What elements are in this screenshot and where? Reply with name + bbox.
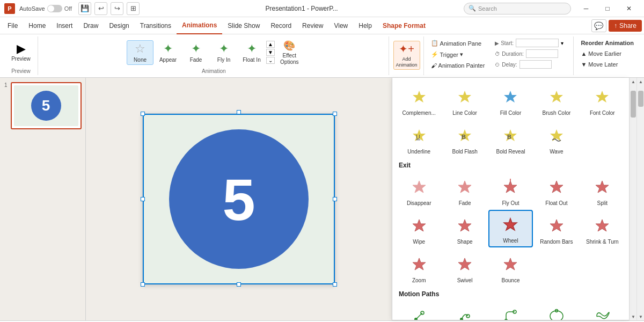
preview-button[interactable]: ▶ Preview (8, 42, 34, 63)
undo-button[interactable]: ↩ (94, 2, 107, 15)
duration-input[interactable] (526, 49, 558, 58)
scroll-up-btn[interactable]: ▲ (630, 78, 637, 85)
fill-color-label: Fill Color (500, 109, 521, 116)
redo-button[interactable]: ↪ (111, 2, 123, 15)
tab-help[interactable]: Help (353, 17, 377, 34)
more-animations-button[interactable]: ⌄ (266, 57, 275, 64)
anim-wheel[interactable]: Wheel (488, 210, 533, 247)
close-button[interactable]: ✕ (618, 0, 640, 17)
anim-wave[interactable]: Wave (534, 120, 579, 157)
ribbon-group-add-animation: ✦+ AddAnimation (390, 36, 424, 75)
effect-options-button[interactable]: 🎨 EffectOptions (278, 39, 301, 67)
anim-painter-button[interactable]: 🖌 Animation Painter (428, 61, 488, 70)
anim-wipe[interactable]: Wipe (397, 210, 441, 247)
tab-animations[interactable]: Animations (177, 17, 222, 34)
add-button[interactable]: ⊞ (127, 2, 140, 15)
start-input[interactable] (516, 39, 559, 47)
tab-review[interactable]: Review (297, 17, 328, 34)
anim-arcs[interactable]: Arcs (442, 300, 487, 320)
tab-transitions[interactable]: Transitions (135, 17, 177, 34)
comments-button[interactable]: 💬 (591, 19, 606, 32)
trigger-button[interactable]: ⚡ Trigger ▾ (428, 50, 488, 59)
anim-random-bars[interactable]: Random Bars (534, 210, 579, 247)
move-later-button[interactable]: ▼ Move Later (578, 60, 636, 69)
anim-fade-button[interactable]: ✦ Fade (182, 41, 209, 64)
anim-float-out[interactable]: Float Out (534, 171, 579, 209)
anim-disappear[interactable]: Disappear (397, 171, 441, 209)
anim-underline[interactable]: U Underline (397, 120, 441, 157)
scroll-down-button[interactable]: ▼ (266, 49, 275, 56)
ribbon-tab-bar: File Home Insert Draw Design Transitions… (0, 17, 644, 34)
handle-bottom-left[interactable] (141, 282, 145, 287)
autosave-toggle[interactable] (47, 5, 62, 12)
anim-bounce[interactable]: Bounce (488, 248, 533, 286)
add-animation-button[interactable]: ✦+ AddAnimation (393, 41, 420, 70)
delay-input[interactable] (519, 60, 552, 69)
anim-shapes[interactable]: Shapes (534, 300, 579, 320)
autosave-control: AutoSave Off (19, 5, 72, 12)
anim-shape[interactable]: Shape (442, 210, 487, 247)
anim-bold-reveal[interactable]: B Bold Reveal (488, 120, 533, 157)
search-box[interactable]: 🔍 Search (464, 3, 571, 14)
empty-cell (580, 120, 625, 157)
handle-top[interactable] (237, 110, 241, 114)
tab-slideshow[interactable]: Slide Show (222, 17, 265, 34)
anim-turns[interactable]: Turns (488, 300, 533, 320)
handle-top-right[interactable] (333, 112, 337, 116)
anim-flyin-button[interactable]: ✦ Fly In (210, 41, 237, 64)
anim-loops[interactable]: Loops (580, 300, 625, 320)
handle-top-left[interactable] (141, 112, 145, 116)
minimize-button[interactable]: ─ (575, 0, 597, 17)
main-scrollbar-thumb[interactable] (638, 91, 643, 107)
anim-bold-flash[interactable]: B Bold Flash (442, 120, 487, 157)
tab-design[interactable]: Design (104, 17, 134, 34)
motion-paths-section-label: Motion Paths (392, 287, 629, 299)
anim-lines[interactable]: Lines (397, 300, 441, 320)
tab-shape-format[interactable]: Shape Format (377, 17, 431, 34)
anim-brush-color[interactable]: Brush Color (534, 81, 579, 119)
handle-mid-right[interactable] (333, 197, 337, 201)
anim-font-color[interactable]: Font Color (580, 81, 625, 119)
tab-insert[interactable]: Insert (51, 17, 78, 34)
fade-icon: ✦ (191, 42, 201, 56)
scroll-down-btn[interactable]: ▼ (630, 313, 637, 320)
scrollbar-thumb[interactable] (631, 91, 636, 118)
share-button[interactable]: ↑ Share (609, 20, 642, 32)
handle-mid-left[interactable] (141, 197, 145, 201)
anim-line-color[interactable]: Line Color (442, 81, 487, 119)
exit-section-label: Exit (392, 158, 629, 170)
main-scroll-up[interactable]: ▲ (637, 78, 644, 85)
anim-none-button[interactable]: ☆ None (127, 40, 153, 65)
anim-floatin-button[interactable]: ✦ Float In (238, 41, 265, 64)
tab-record[interactable]: Record (265, 17, 297, 34)
scroll-up-button[interactable]: ▲ (266, 41, 275, 48)
tab-view[interactable]: View (328, 17, 353, 34)
tab-file[interactable]: File (2, 17, 23, 34)
anim-fade-exit[interactable]: Fade (442, 171, 487, 209)
save-button[interactable]: 💾 (78, 2, 91, 15)
move-earlier-button[interactable]: ▲ Move Earlier (578, 49, 636, 58)
anim-fly-out[interactable]: Fly Out (488, 171, 533, 209)
handle-bottom-mid[interactable] (237, 282, 241, 287)
tab-draw[interactable]: Draw (78, 17, 104, 34)
anim-shrink-turn[interactable]: Shrink & Turn (580, 210, 625, 247)
handle-bottom-right[interactable] (333, 282, 337, 287)
tab-home[interactable]: Home (23, 17, 51, 34)
anim-swivel[interactable]: Swivel (442, 248, 487, 286)
maximize-button[interactable]: □ (597, 0, 618, 17)
main-scroll-down[interactable]: ▼ (637, 313, 644, 320)
anim-zoom[interactable]: Zoom (397, 248, 441, 286)
appear-icon: ✦ (163, 42, 173, 56)
anim-complement[interactable]: Complemen... (397, 81, 441, 119)
animation-pane-button[interactable]: 📋 Animation Pane (428, 39, 488, 48)
anim-split[interactable]: Split (580, 171, 625, 209)
anim-appear-button[interactable]: ✦ Appear (155, 41, 181, 64)
svg-marker-4 (596, 91, 609, 103)
anim-fill-color[interactable]: Fill Color (488, 81, 533, 119)
titlebar: P AutoSave Off 💾 ↩ ↪ ⊞ Presentation1 - P… (0, 0, 644, 17)
svg-text:U: U (416, 134, 420, 140)
random-bars-label: Random Bars (540, 238, 573, 245)
painter-icon: 🖌 (431, 62, 437, 69)
slide-thumbnail[interactable]: 5 (11, 82, 82, 129)
search-placeholder: Search (478, 5, 497, 12)
